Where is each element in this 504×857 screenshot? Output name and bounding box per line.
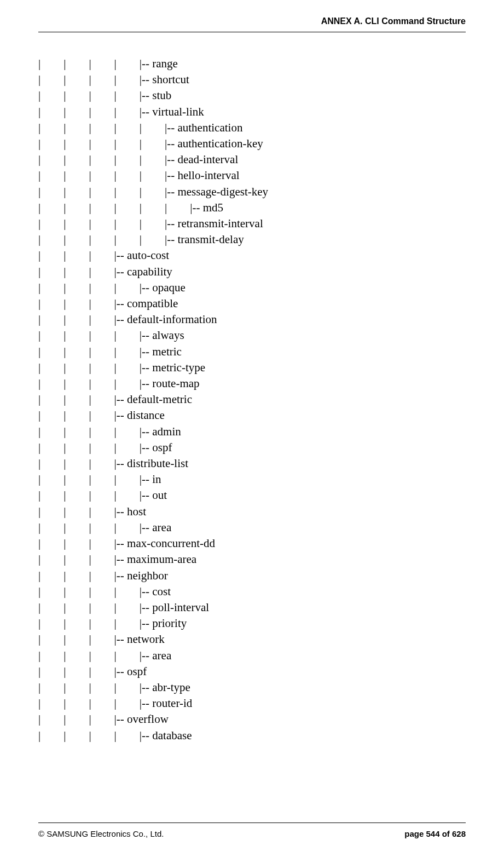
cli-tree: | | | | |-- range | | | | |-- shortcut |… bbox=[38, 56, 466, 744]
footer-page-number: page 544 of 628 bbox=[404, 829, 466, 838]
bottom-divider bbox=[38, 823, 466, 823]
page-header: ANNEX A. CLI Command Structure bbox=[321, 16, 466, 26]
top-divider bbox=[38, 32, 466, 32]
footer-copyright: © SAMSUNG Electronics Co., Ltd. bbox=[38, 829, 164, 838]
